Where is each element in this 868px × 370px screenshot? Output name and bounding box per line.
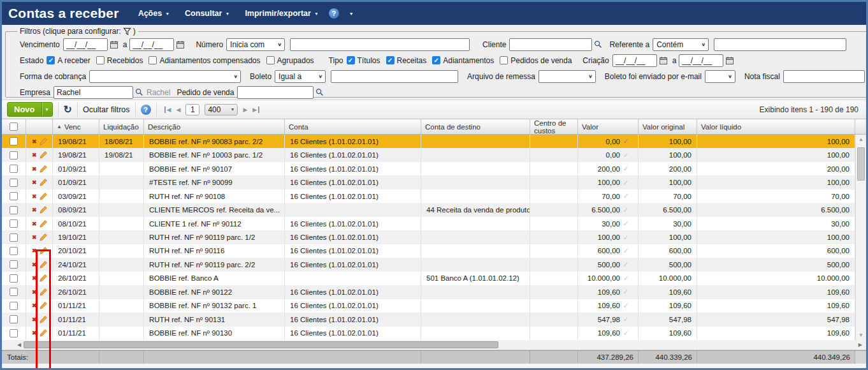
table-row[interactable]: ✖ 08/10/21 CLIENTE 1 ref. NF nº 90112 16…	[2, 217, 855, 230]
delete-icon[interactable]: ✖	[32, 316, 37, 323]
table-row[interactable]: ✖ 01/11/21 BOBBIE ref. NF nº 90130 16 Cl…	[2, 327, 855, 340]
checkbox[interactable]	[96, 56, 105, 64]
edit-icon[interactable]	[39, 233, 48, 242]
table-row[interactable]: ✖ 01/11/21 RUTH ref. NF nº 90131 16 Clie…	[2, 313, 855, 326]
delete-icon[interactable]: ✖	[32, 207, 37, 213]
delete-icon[interactable]: ✖	[32, 248, 37, 254]
last-page-button[interactable]: ▶	[252, 107, 259, 113]
vertical-scrollbar[interactable]: ▲ ▼	[855, 135, 866, 340]
checkbox[interactable]	[266, 56, 275, 64]
numero-input[interactable]	[290, 38, 470, 51]
referente-input[interactable]	[714, 38, 846, 51]
edit-icon[interactable]	[39, 274, 48, 283]
delete-icon[interactable]: ✖	[32, 262, 37, 268]
table-row[interactable]: ✖ 08/09/21 CLIENTE MERCOS ref. Receita d…	[2, 203, 855, 216]
vencimento-from-input[interactable]	[63, 38, 108, 51]
filters-legend[interactable]: Filtros (clique para configurar: )	[17, 27, 138, 36]
row-checkbox[interactable]	[10, 165, 18, 173]
header-valor-liquido[interactable]: Valor líquido	[697, 119, 855, 134]
checkbox[interactable]: ✓	[386, 56, 394, 64]
chevron-down-icon[interactable]: ▼	[349, 11, 354, 16]
delete-icon[interactable]: ✖	[32, 302, 37, 309]
search-icon[interactable]	[594, 40, 602, 48]
table-row[interactable]: ✖ 26/10/21 BOBBIE ref. Banco A 501 Banco…	[2, 272, 855, 285]
checkbox[interactable]: ✓	[432, 56, 440, 64]
table-row[interactable]: ✖ 19/10/21 RUTH ref. NF nº 90119 parc. 1…	[2, 230, 855, 244]
empresa-input[interactable]	[54, 86, 133, 99]
row-checkbox[interactable]	[10, 315, 18, 323]
row-checkbox[interactable]	[10, 329, 18, 337]
table-row[interactable]: ✖ 26/10/21 BOBBIE ref. NF nº 90122 16 Cl…	[2, 285, 855, 299]
delete-icon[interactable]: ✖	[32, 275, 37, 281]
edit-icon[interactable]	[39, 315, 48, 324]
table-row[interactable]: ✖ 20/10/21 RUTH ref. NF nº 90116 16 Clie…	[2, 244, 855, 258]
row-checkbox[interactable]	[10, 302, 18, 310]
boleto-input[interactable]	[331, 70, 458, 83]
criacao-to-input[interactable]	[679, 54, 723, 67]
checkbox[interactable]: ✓	[47, 56, 55, 64]
delete-icon[interactable]: ✖	[32, 289, 37, 295]
edit-icon[interactable]	[39, 205, 48, 214]
ocultar-filtros-button[interactable]: Ocultar filtros	[83, 105, 130, 114]
referente-operator-select[interactable]: Contém∨	[653, 38, 709, 51]
delete-icon[interactable]: ✖	[32, 193, 37, 200]
funnel-icon[interactable]	[123, 27, 131, 36]
current-page-input[interactable]: 1	[185, 104, 199, 115]
calendar-icon[interactable]	[110, 40, 119, 49]
scroll-down-icon[interactable]: ▼	[856, 332, 866, 338]
vencimento-to-input[interactable]	[129, 38, 174, 51]
delete-icon[interactable]: ✖	[32, 330, 37, 336]
help-icon[interactable]: ?	[141, 105, 151, 115]
refresh-icon[interactable]: ↻	[64, 105, 72, 115]
header-conta[interactable]: Conta	[285, 119, 421, 134]
row-checkbox[interactable]	[10, 260, 18, 269]
header-venc[interactable]: ▲Venc	[53, 119, 99, 134]
edit-icon[interactable]	[39, 260, 48, 269]
row-checkbox[interactable]	[10, 206, 18, 214]
calendar-icon[interactable]	[725, 56, 734, 65]
edit-icon[interactable]	[39, 288, 48, 297]
edit-icon[interactable]	[39, 301, 48, 310]
numero-operator-select[interactable]: Inicia com∨	[226, 38, 285, 51]
checkbox[interactable]: ✓	[347, 56, 355, 64]
menu-item-1[interactable]: Consultar▼	[185, 9, 229, 18]
row-checkbox[interactable]	[10, 179, 18, 187]
row-checkbox[interactable]	[10, 192, 18, 200]
arquivo-remessa-select[interactable]: ∨	[539, 70, 596, 83]
edit-icon[interactable]	[39, 219, 48, 228]
search-icon[interactable]	[135, 88, 143, 96]
delete-icon[interactable]: ✖	[32, 166, 37, 172]
edit-icon[interactable]	[39, 246, 48, 255]
select-all-checkbox[interactable]	[10, 122, 18, 131]
row-checkbox[interactable]	[10, 274, 18, 283]
help-icon[interactable]: ?	[329, 8, 339, 18]
header-valor[interactable]: Valor	[578, 119, 639, 134]
horizontal-scrollbar[interactable]: ◀ ▶	[2, 340, 866, 350]
edit-icon[interactable]	[39, 178, 48, 187]
row-checkbox[interactable]	[10, 247, 18, 255]
page-size-select[interactable]: 400▼	[205, 104, 238, 115]
search-icon[interactable]	[315, 88, 324, 96]
criacao-from-input[interactable]	[612, 54, 657, 67]
scroll-right-icon[interactable]: ▶	[858, 342, 862, 348]
menu-item-2[interactable]: Imprimir/exportar▼	[245, 9, 318, 18]
table-row[interactable]: ✖ 24/10/21 RUTH ref. NF nº 90119 parc. 2…	[2, 258, 855, 271]
edit-icon[interactable]	[39, 329, 48, 337]
checkbox[interactable]	[148, 56, 157, 64]
calendar-icon[interactable]	[659, 56, 668, 65]
novo-button[interactable]: Novo ▼	[7, 102, 53, 117]
row-checkbox[interactable]	[10, 288, 18, 296]
pedido-venda-input[interactable]	[237, 86, 314, 99]
header-liquidacao[interactable]: Liquidação	[99, 119, 144, 134]
row-checkbox[interactable]	[10, 151, 18, 159]
calendar-icon[interactable]	[176, 40, 185, 49]
boleto-email-select[interactable]: ∨	[705, 70, 735, 83]
menu-item-0[interactable]: Ações▼	[138, 9, 170, 18]
delete-icon[interactable]: ✖	[32, 179, 37, 186]
previous-page-button[interactable]: ◀	[176, 107, 180, 113]
first-page-button[interactable]: ◀	[164, 107, 171, 113]
delete-icon[interactable]: ✖	[32, 234, 37, 241]
delete-icon[interactable]: ✖	[32, 152, 37, 158]
scroll-left-icon[interactable]: ◀	[17, 342, 21, 348]
row-checkbox[interactable]	[10, 137, 18, 145]
